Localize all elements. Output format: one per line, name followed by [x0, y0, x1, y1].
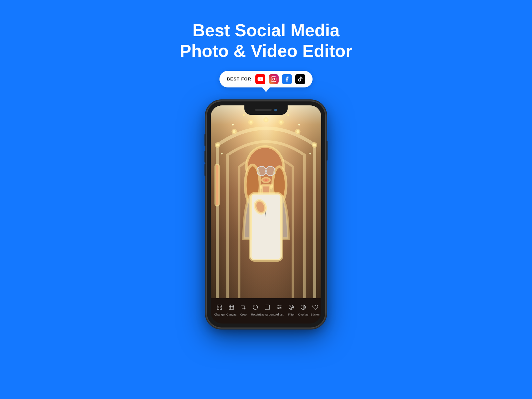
best-for-label: BEST FOR — [227, 76, 251, 81]
svg-point-40 — [278, 305, 279, 306]
tool-change[interactable]: Change — [213, 303, 225, 318]
svg-point-6 — [265, 118, 267, 121]
svg-point-11 — [252, 155, 280, 189]
filter-icon — [288, 304, 294, 311]
svg-point-8 — [297, 130, 299, 133]
speaker — [255, 109, 272, 111]
svg-rect-23 — [220, 305, 222, 307]
tool-filter[interactable]: Filter — [285, 303, 297, 318]
svg-point-2 — [275, 77, 275, 78]
filter-label: Filter — [288, 313, 295, 316]
svg-point-13 — [245, 165, 260, 205]
tool-background[interactable]: Background — [261, 303, 273, 318]
adjust-icon — [276, 304, 282, 311]
instagram-icon — [269, 74, 279, 84]
tool-sticker[interactable]: Sticker — [309, 303, 321, 318]
background-icon — [264, 304, 270, 311]
tiktok-icon — [295, 74, 305, 84]
svg-point-17 — [257, 166, 266, 176]
svg-rect-0 — [271, 76, 276, 81]
social-icons-group — [255, 74, 305, 84]
canvas-label: Canvas — [226, 313, 237, 316]
facebook-icon — [282, 74, 292, 84]
light-arches — [211, 105, 321, 298]
youtube-icon — [255, 74, 265, 84]
svg-point-18 — [266, 166, 275, 176]
rotate-icon — [252, 304, 258, 311]
photo-content — [211, 105, 321, 298]
svg-point-9 — [313, 144, 316, 146]
svg-rect-26 — [229, 305, 234, 310]
tool-overlay[interactable]: Overlay — [297, 303, 309, 318]
photo-background — [211, 105, 321, 298]
svg-rect-10 — [216, 165, 218, 205]
front-camera — [274, 109, 277, 111]
crop-icon — [240, 304, 246, 311]
overlay-label: Overlay — [298, 313, 309, 316]
crop-label: Crop — [240, 313, 247, 316]
svg-rect-16 — [250, 194, 282, 260]
change-icon — [216, 304, 222, 311]
editor-toolbar: Change Canvas Crop — [211, 298, 321, 324]
change-label: Change — [214, 313, 225, 316]
adjust-label: Adjust — [275, 313, 284, 316]
svg-point-4 — [233, 130, 235, 133]
page-headline: Best Social Media Photo & Video Editor — [180, 20, 352, 62]
svg-point-5 — [250, 121, 252, 123]
best-for-badge: BEST FOR — [219, 71, 313, 87]
svg-point-7 — [280, 121, 282, 123]
svg-point-1 — [273, 78, 275, 80]
tool-adjust[interactable]: Adjust — [273, 303, 285, 318]
phone-screen: Change Canvas Crop — [211, 105, 321, 324]
background-label: Background — [259, 313, 275, 316]
headline-line1: Best Social Media — [193, 21, 339, 40]
sticker-label: Sticker — [311, 313, 320, 316]
rotate-label: Rotate — [251, 313, 260, 316]
svg-point-41 — [280, 307, 281, 308]
svg-rect-15 — [262, 185, 270, 195]
svg-point-14 — [273, 167, 286, 203]
tool-canvas[interactable]: Canvas — [225, 303, 237, 318]
phone-notch — [244, 105, 288, 115]
canvas-icon — [228, 304, 234, 311]
tool-crop[interactable]: Crop — [237, 303, 249, 318]
svg-rect-22 — [217, 305, 219, 307]
headline-line2: Photo & Video Editor — [180, 41, 352, 61]
phone-frame: Change Canvas Crop — [206, 101, 326, 328]
svg-rect-28 — [265, 305, 270, 310]
svg-point-21 — [253, 199, 267, 215]
svg-point-20 — [263, 178, 269, 182]
phone-mockup: Change Canvas Crop — [206, 101, 326, 328]
svg-rect-24 — [217, 308, 219, 309]
overlay-icon — [300, 304, 306, 311]
svg-point-3 — [216, 144, 219, 146]
svg-point-45 — [291, 307, 292, 308]
svg-point-12 — [247, 147, 284, 187]
svg-rect-25 — [220, 308, 222, 309]
svg-point-42 — [278, 308, 279, 309]
sticker-icon — [312, 304, 318, 311]
